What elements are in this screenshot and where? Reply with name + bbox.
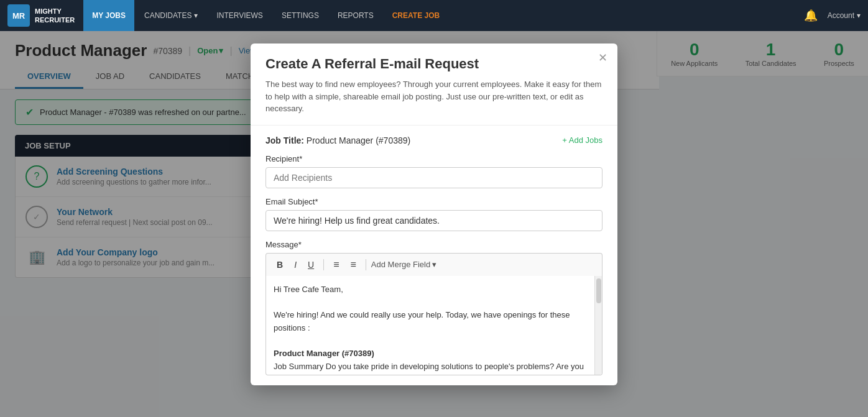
message-line1: Hi Tree Cafe Team, bbox=[274, 283, 584, 296]
bold-button[interactable]: B bbox=[272, 258, 287, 272]
modal-description: The best way to find new employees? Thro… bbox=[265, 78, 603, 115]
nav-item-settings[interactable]: SETTINGS bbox=[273, 0, 328, 31]
toolbar-separator2 bbox=[366, 259, 366, 270]
italic-button[interactable]: I bbox=[290, 258, 301, 272]
modal-header: Create A Referral E-mail Request The bes… bbox=[251, 44, 617, 126]
modal-recipient-field: Recipient* bbox=[265, 154, 603, 188]
underline-button[interactable]: U bbox=[303, 258, 318, 272]
top-nav: MR MIGHTY RECRUITER MY JOBS CANDIDATES▾ … bbox=[0, 0, 868, 31]
modal-title: Create A Referral E-mail Request bbox=[265, 56, 603, 72]
unordered-list-button[interactable]: ≡ bbox=[346, 257, 360, 272]
notification-bell[interactable]: 🔔 bbox=[795, 9, 826, 22]
modal-job-title-text: Job Title: Product Manager (#70389) bbox=[265, 135, 410, 145]
email-subject-label: Email Subject* bbox=[265, 197, 603, 206]
logo-text: MIGHTY RECRUITER bbox=[35, 7, 75, 25]
recipient-label: Recipient* bbox=[265, 154, 603, 163]
add-jobs-link[interactable]: + Add Jobs bbox=[562, 135, 603, 145]
message-line5: Product Manager (#70389) bbox=[274, 347, 584, 360]
ordered-list-button[interactable]: ≡ bbox=[329, 257, 343, 272]
message-content: Hi Tree Cafe Team, We're hiring! And we … bbox=[274, 283, 594, 374]
modal-overlay: Create A Referral E-mail Request The bes… bbox=[0, 31, 868, 417]
modal-dialog: Create A Referral E-mail Request The bes… bbox=[251, 44, 617, 385]
modal-message-field: Message* B I U ≡ ≡ Add Merge Field▾ bbox=[265, 240, 603, 375]
modal-body: Job Title: Product Manager (#70389) + Ad… bbox=[251, 126, 617, 385]
page-background: Product Manager #70389 | Open▾ | View Jo… bbox=[0, 31, 868, 417]
nav-item-create-job[interactable]: CREATE JOB bbox=[384, 0, 448, 31]
scrollbar-thumb[interactable] bbox=[596, 278, 601, 303]
modal-close-button[interactable]: ✕ bbox=[598, 52, 607, 63]
email-subject-input[interactable] bbox=[265, 210, 603, 231]
nav-item-reports[interactable]: REPORTS bbox=[329, 0, 382, 31]
message-line4 bbox=[274, 335, 584, 348]
modal-email-subject-field: Email Subject* bbox=[265, 197, 603, 231]
nav-item-my-jobs[interactable]: MY JOBS bbox=[83, 0, 134, 31]
message-line6: Job Summary Do you take pride in develop… bbox=[274, 360, 584, 373]
message-line3: We're hiring! And we could really use yo… bbox=[274, 309, 584, 335]
message-area[interactable]: Hi Tree Cafe Team, We're hiring! And we … bbox=[265, 276, 603, 375]
scrollbar-track[interactable] bbox=[594, 276, 602, 375]
logo-area: MR MIGHTY RECRUITER bbox=[7, 4, 75, 27]
nav-item-candidates[interactable]: CANDIDATES▾ bbox=[136, 0, 206, 31]
account-menu[interactable]: Account▾ bbox=[828, 11, 861, 20]
editor-toolbar: B I U ≡ ≡ Add Merge Field▾ bbox=[265, 253, 603, 276]
modal-job-title-row: Job Title: Product Manager (#70389) + Ad… bbox=[265, 135, 603, 145]
logo-icon: MR bbox=[7, 4, 30, 27]
recipient-input[interactable] bbox=[265, 167, 603, 188]
toolbar-separator1 bbox=[323, 259, 324, 270]
message-line2 bbox=[274, 296, 584, 309]
message-label: Message* bbox=[265, 240, 603, 249]
merge-field-button[interactable]: Add Merge Field▾ bbox=[371, 260, 436, 269]
nav-item-interviews[interactable]: INTERVIEWS bbox=[208, 0, 271, 31]
